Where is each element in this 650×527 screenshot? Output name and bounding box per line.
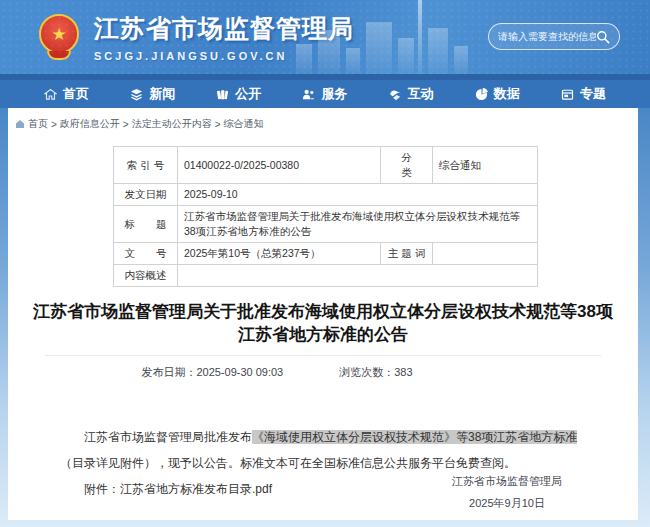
article-meta: 发布日期：2025-09-30 09:03 浏览次数：383 xyxy=(8,365,592,380)
nav-item-disclosure[interactable]: 公开 xyxy=(216,85,261,103)
attachment-label: 附件： xyxy=(84,482,120,496)
breadcrumb-home-icon xyxy=(15,119,25,129)
handshake-icon xyxy=(389,88,402,101)
paragraph-text: 江苏省市场监督管理局批准发布 xyxy=(84,430,252,444)
breadcrumb-item-home[interactable]: 首页 xyxy=(28,117,48,131)
nav-item-data[interactable]: 数据 xyxy=(475,85,520,103)
issue-date-label: 发文日期 xyxy=(114,184,178,206)
keywords-label: 主 题 词 xyxy=(381,243,433,265)
publish-date-label: 发布日期： xyxy=(141,366,196,378)
article-title: 江苏省市场监督管理局关于批准发布海域使用权立体分层设权技术规范等38项江苏省地方… xyxy=(31,300,615,346)
cityscape-decoration xyxy=(366,22,392,74)
table-row: 内容概述 xyxy=(114,265,538,287)
breadcrumb-item-statutory[interactable]: 法定主动公开内容 xyxy=(132,117,212,131)
view-count-label: 浏览次数： xyxy=(339,366,394,378)
search-icon[interactable] xyxy=(596,30,610,44)
search-input[interactable] xyxy=(498,31,596,42)
breadcrumb-item-notice[interactable]: 综合通知 xyxy=(224,117,264,131)
index-number-value: 01400022-0/2025-00380 xyxy=(178,147,381,184)
publish-date: 发布日期：2025-09-30 09:03 xyxy=(141,365,283,380)
document-info-table: 索 引 号 01400022-0/2025-00380 分 类 综合通知 发文日… xyxy=(113,146,538,287)
keywords-value xyxy=(433,243,538,265)
home-icon xyxy=(44,88,57,101)
page-background: 首页>政府信息公开>法定主动公开内容>综合通知 索 引 号 01400022-0… xyxy=(0,108,650,527)
doc-title-label: 标 题 xyxy=(114,206,178,243)
category-label: 分 类 xyxy=(381,147,433,184)
cityscape-decoration xyxy=(454,46,468,74)
announcement-paragraph: 江苏省市场监督管理局批准发布《海域使用权立体分层设权技术规范》等38项江苏省地方… xyxy=(60,424,588,476)
signature-organization: 江苏省市场监督管理局 xyxy=(432,470,582,492)
paragraph-text: （目录详见附件），现予以公告。标准文本可在全国标准信息公共服务平台免费查阅。 xyxy=(60,456,516,470)
content-card: 首页>政府信息公开>法定主动公开内容>综合通知 索 引 号 01400022-0… xyxy=(8,108,638,520)
nav-item-news[interactable]: 新闻 xyxy=(130,85,175,103)
breadcrumb-item-gov-info[interactable]: 政府信息公开 xyxy=(60,117,120,131)
issue-date-value: 2025-09-10 xyxy=(178,184,538,206)
books-icon xyxy=(216,88,229,101)
breadcrumb-separator: > xyxy=(51,119,57,130)
highlighted-standard-name: 《海域使用权立体分层设权技术规范》等38项江苏省地方标准 xyxy=(252,430,577,444)
cityscape-decoration xyxy=(428,28,448,74)
light-beam-decoration xyxy=(418,0,422,74)
breadcrumb-separator: > xyxy=(215,119,221,130)
site-header: ★ 江苏省市场监督管理局 SCJGJ.JIANGSU.GOV.CN xyxy=(0,0,650,74)
users-icon xyxy=(302,88,315,101)
nav-item-topics[interactable]: 专题 xyxy=(561,85,606,103)
signature-date: 2025年9月10日 xyxy=(432,492,582,514)
nav-item-interaction[interactable]: 互动 xyxy=(389,85,434,103)
nav-item-services[interactable]: 服务 xyxy=(302,85,347,103)
search-box[interactable] xyxy=(488,23,620,50)
cityscape-decoration xyxy=(398,38,414,74)
layers-icon xyxy=(130,88,143,101)
table-row: 标 题 江苏省市场监督管理局关于批准发布海域使用权立体分层设权技术规范等38项江… xyxy=(114,206,538,243)
index-number-label: 索 引 号 xyxy=(114,147,178,184)
doc-title-value: 江苏省市场监督管理局关于批准发布海域使用权立体分层设权技术规范等38项江苏省地方… xyxy=(178,206,538,243)
publish-date-value: 2025-09-30 09:03 xyxy=(196,366,283,378)
nav-item-home[interactable]: 首页 xyxy=(44,85,89,103)
table-row: 索 引 号 01400022-0/2025-00380 分 类 综合通知 xyxy=(114,147,538,184)
summary-value xyxy=(178,265,538,287)
table-row: 文 号 2025年第10号（总第237号） 主 题 词 xyxy=(114,243,538,265)
title-divider xyxy=(45,355,601,356)
view-count: 浏览次数：383 xyxy=(339,365,412,380)
doc-number-value: 2025年第10号（总第237号） xyxy=(178,243,381,265)
doc-number-label: 文 号 xyxy=(114,243,178,265)
view-count-value: 383 xyxy=(394,366,412,378)
cityscape-decoration xyxy=(296,44,312,74)
attachment-pdf-link[interactable]: 江苏省地方标准发布目录.pdf xyxy=(120,482,272,496)
signature-block: 江苏省市场监督管理局 2025年9月10日 xyxy=(432,470,582,514)
breadcrumb-separator: > xyxy=(123,119,129,130)
breadcrumb: 首页>政府信息公开>法定主动公开内容>综合通知 xyxy=(8,108,638,131)
category-value: 综合通知 xyxy=(433,147,538,184)
cityscape-decoration xyxy=(346,48,360,74)
table-row: 发文日期 2025-09-10 xyxy=(114,184,538,206)
cityscape-decoration xyxy=(318,30,340,74)
pie-chart-icon xyxy=(475,88,488,101)
main-nav: 首页 新闻 公开 服务 互动 xyxy=(0,80,650,108)
summary-label: 内容概述 xyxy=(114,265,178,287)
calendar-icon xyxy=(561,88,574,101)
